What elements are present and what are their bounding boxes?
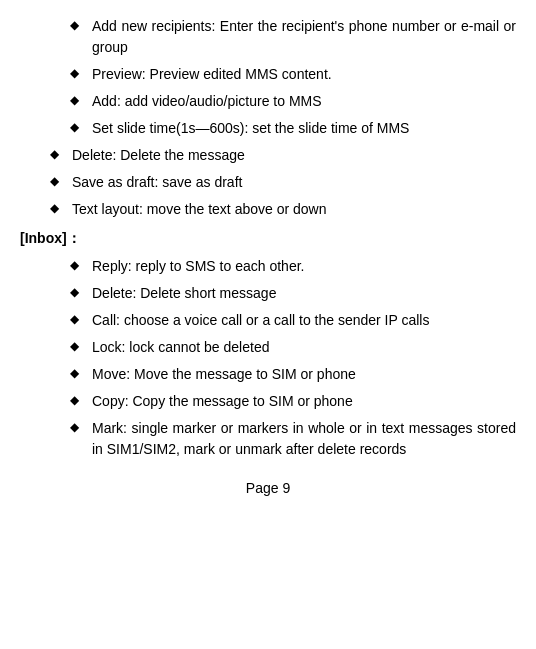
bullet-text: Set slide time(1s—600s): set the slide t…: [92, 118, 516, 139]
list-item: ◆ Save as draft: save as draft: [20, 172, 516, 193]
inbox-bullets-section: ◆ Reply: reply to SMS to each other. ◆ D…: [20, 256, 516, 460]
list-item: ◆ Lock: lock cannot be deleted: [20, 337, 516, 358]
diamond-icon: ◆: [70, 93, 84, 107]
list-item: ◆ Preview: Preview edited MMS content.: [20, 64, 516, 85]
list-item: ◆ Mark: single marker or markers in whol…: [20, 418, 516, 460]
bullet-text: Move: Move the message to SIM or phone: [92, 364, 516, 385]
diamond-icon: ◆: [70, 393, 84, 407]
list-item: ◆ Call: choose a voice call or a call to…: [20, 310, 516, 331]
bullet-text: Text layout: move the text above or down: [72, 199, 516, 220]
bullet-text: Preview: Preview edited MMS content.: [92, 64, 516, 85]
list-item: ◆ Reply: reply to SMS to each other.: [20, 256, 516, 277]
bullet-text: Delete: Delete the message: [72, 145, 516, 166]
list-item: ◆ Add: add video/audio/picture to MMS: [20, 91, 516, 112]
content-wrapper: ◆ Add new recipients: Enter the recipien…: [20, 16, 516, 496]
bullet-text: Lock: lock cannot be deleted: [92, 337, 516, 358]
diamond-icon: ◆: [70, 285, 84, 299]
bullet-text: Mark: single marker or markers in whole …: [92, 418, 516, 460]
diamond-icon: ◆: [70, 66, 84, 80]
page-number: Page 9: [20, 480, 516, 496]
list-item: ◆ Copy: Copy the message to SIM or phone: [20, 391, 516, 412]
mid-bullets-section: ◆ Delete: Delete the message ◆ Save as d…: [20, 145, 516, 220]
bullet-text: Copy: Copy the message to SIM or phone: [92, 391, 516, 412]
bullet-text: Call: choose a voice call or a call to t…: [92, 310, 516, 331]
bullet-text: Save as draft: save as draft: [72, 172, 516, 193]
list-item: ◆ Add new recipients: Enter the recipien…: [20, 16, 516, 58]
inbox-header: [Inbox]：: [20, 230, 516, 248]
list-item: ◆ Move: Move the message to SIM or phone: [20, 364, 516, 385]
diamond-icon: ◆: [70, 366, 84, 380]
list-item: ◆ Text layout: move the text above or do…: [20, 199, 516, 220]
diamond-icon: ◆: [70, 120, 84, 134]
diamond-icon: ◆: [50, 201, 64, 215]
diamond-icon: ◆: [50, 147, 64, 161]
diamond-icon: ◆: [70, 312, 84, 326]
bullet-text: Reply: reply to SMS to each other.: [92, 256, 516, 277]
bullet-text: Add: add video/audio/picture to MMS: [92, 91, 516, 112]
diamond-icon: ◆: [70, 420, 84, 434]
diamond-icon: ◆: [70, 258, 84, 272]
diamond-icon: ◆: [50, 174, 64, 188]
list-item: ◆ Delete: Delete short message: [20, 283, 516, 304]
bullet-text: Add new recipients: Enter the recipient'…: [92, 16, 516, 58]
list-item: ◆ Set slide time(1s—600s): set the slide…: [20, 118, 516, 139]
diamond-icon: ◆: [70, 18, 84, 32]
bullet-text: Delete: Delete short message: [92, 283, 516, 304]
top-bullets-section: ◆ Add new recipients: Enter the recipien…: [20, 16, 516, 139]
list-item: ◆ Delete: Delete the message: [20, 145, 516, 166]
diamond-icon: ◆: [70, 339, 84, 353]
